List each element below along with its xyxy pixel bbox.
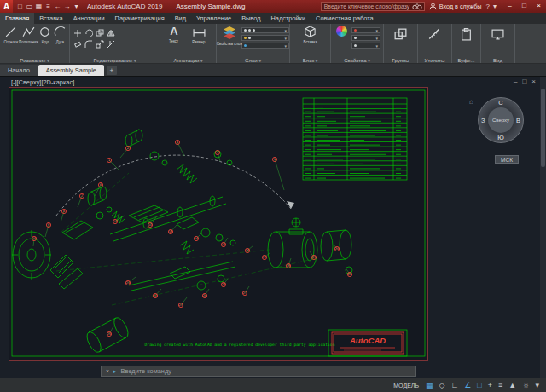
open-file-icon[interactable]: ▭ (26, 0, 33, 13)
part-cylinder-large[interactable] (268, 232, 317, 268)
snap-icon[interactable]: ◇ (439, 378, 445, 392)
panel-view-label[interactable]: Вид (481, 58, 514, 63)
part-bracket-upper[interactable] (62, 187, 125, 239)
line-tool[interactable]: Отрезок (3, 26, 19, 44)
osnap-icon[interactable]: □ (477, 378, 481, 392)
scale-tool-icon[interactable] (95, 39, 105, 49)
viewcube-north[interactable]: С (498, 99, 502, 107)
command-line[interactable]: × ▸ Введите команду (101, 366, 416, 377)
panel-modify-dropdown-icon[interactable]: ▾ (134, 58, 136, 63)
signin-button[interactable]: Вход в службы (429, 3, 482, 10)
measure-tool[interactable] (428, 26, 441, 44)
dimension-tool[interactable]: Размер (187, 26, 211, 44)
close-button[interactable]: × (531, 0, 546, 13)
panel-block-dropdown-icon[interactable]: ▾ (316, 58, 318, 63)
rotate-tool-icon[interactable] (84, 28, 94, 38)
viewcube-east[interactable]: В (516, 117, 520, 124)
command-chevron-icon[interactable]: ▸ (113, 368, 117, 375)
ribbon-tab-output[interactable]: Вывод (236, 13, 265, 24)
ribbon-tab-manage[interactable]: Управление (191, 13, 236, 24)
mirror-tool-icon[interactable] (106, 28, 116, 38)
panel-layers-dropdown-icon[interactable]: ▾ (258, 58, 261, 63)
redo-icon[interactable]: → (63, 0, 71, 13)
panel-annotate-label[interactable]: Аннотации ▾ (160, 58, 216, 63)
viewcube-home-icon[interactable]: ⌂ (469, 98, 473, 106)
polyline-tool[interactable]: Полилиния (20, 26, 37, 44)
ribbon-tab-parametric[interactable]: Параметризация (110, 13, 170, 24)
panel-utilities-label[interactable]: Утилиты (418, 58, 451, 63)
properties-tool[interactable] (334, 26, 350, 37)
wcs-selector[interactable]: МСК (495, 155, 519, 164)
titlebar-menu-icon[interactable]: ▾ (493, 3, 497, 10)
viewcube-top-face[interactable]: Сверху (488, 107, 514, 133)
panel-groups-label[interactable]: Группы (384, 58, 417, 63)
move-tool-icon[interactable] (73, 28, 83, 38)
new-drawing-tab-button[interactable]: + (107, 66, 117, 75)
qat-menu-icon[interactable]: ▾ (73, 0, 80, 13)
part-top-center[interactable] (125, 130, 232, 183)
file-tab-assembly-sample[interactable]: Assembly Sample (38, 65, 104, 76)
file-tab-start[interactable]: Начало (0, 65, 38, 76)
grid-icon[interactable]: ▦ (426, 378, 433, 392)
customize-icon[interactable]: ▾ (535, 378, 539, 392)
insert-block-tool[interactable]: Вставка (296, 26, 325, 44)
object-color-dropdown[interactable]: ▾ (351, 27, 380, 33)
ribbon-tab-home[interactable]: Главная (0, 13, 34, 24)
command-prompt[interactable]: Введите команду (121, 367, 171, 375)
workspace-icon[interactable]: ☼ (522, 378, 529, 392)
erase-tool-icon[interactable] (73, 39, 83, 49)
viewport-controls-label[interactable]: [-][Сверху][2D-каркас] (11, 78, 74, 86)
part-center-cluster[interactable] (129, 205, 235, 254)
panel-properties-dropdown-icon[interactable]: ▾ (368, 58, 370, 63)
ribbon-tab-insert[interactable]: Вставка (34, 13, 67, 24)
part-bottom-cluster[interactable] (129, 262, 352, 291)
viewcube-south[interactable]: Ю (497, 134, 504, 141)
drawing-restore-button[interactable]: □ (522, 78, 526, 85)
help-icon[interactable]: ? (486, 3, 490, 10)
ortho-icon[interactable]: ∟ (450, 378, 458, 392)
paste-tool[interactable] (460, 26, 473, 44)
viewcube[interactable]: ⌂ С Ю З В Сверху (478, 97, 524, 143)
plot-icon[interactable]: ≡ (44, 0, 52, 13)
drawing-sheet[interactable]: Drawing created with AutoCAD and a regis… (9, 87, 428, 361)
save-icon[interactable]: ▦ (35, 0, 43, 13)
layer-properties-tool[interactable]: Свойства слоя (219, 26, 240, 46)
drawing-minimize-button[interactable]: – (514, 78, 517, 85)
panel-annotate-dropdown-icon[interactable]: ▾ (200, 58, 203, 63)
ribbon-tab-collaborate[interactable]: Совместная работа (311, 13, 379, 24)
model-space-canvas[interactable]: [-][Сверху][2D-каркас] – □ × (0, 76, 546, 378)
help-search-box[interactable]: Введите ключевое слово/фразу (321, 2, 425, 11)
panel-modify-label[interactable]: Редактирование ▾ (70, 58, 160, 63)
layer-select-dropdown[interactable]: ▾ (241, 35, 289, 41)
polar-icon[interactable]: ∠ (464, 378, 471, 392)
drawing-close-button[interactable]: × (531, 78, 536, 85)
layer-state-dropdown[interactable]: ▾ (241, 43, 289, 49)
new-file-icon[interactable]: □ (16, 0, 24, 13)
copy-tool-icon[interactable] (95, 28, 105, 38)
lineweight-icon[interactable]: ≡ (498, 378, 502, 392)
scrollbar-thumb[interactable] (541, 89, 545, 167)
maximize-button[interactable]: □ (517, 0, 531, 13)
drawing-geometry[interactable]: Drawing created with AutoCAD and a regis… (9, 88, 427, 359)
text-tool[interactable]: А Текст (163, 26, 185, 43)
panel-draw-label[interactable]: Рисование ▾ (0, 58, 69, 63)
binoculars-search-icon[interactable] (412, 3, 422, 10)
layer-filter-dropdown[interactable]: ▾ (241, 27, 289, 33)
part-support-left[interactable] (50, 255, 83, 289)
minimize-button[interactable]: – (502, 0, 517, 13)
panel-clipboard-label[interactable]: Буфе... (452, 58, 480, 63)
annotation-scale-icon[interactable]: ▲ (508, 378, 516, 392)
viewcube-west[interactable]: З (481, 117, 485, 124)
part-shaft[interactable] (110, 196, 226, 241)
panel-block-label[interactable]: Блок ▾ (290, 58, 330, 63)
model-space-label[interactable]: МОДЕЛЬ (393, 383, 419, 389)
ribbon-tab-annotate[interactable]: Аннотации (68, 13, 110, 24)
otrack-icon[interactable]: + (488, 378, 492, 392)
part-cylinder-right[interactable] (321, 230, 351, 261)
panel-properties-label[interactable]: Свойства ▾ (331, 58, 383, 63)
trim-tool-icon[interactable] (106, 39, 116, 49)
fillet-tool-icon[interactable] (84, 39, 94, 49)
arc-tool[interactable]: Дуга (54, 26, 67, 44)
panel-layers-label[interactable]: Слои ▾ (217, 58, 289, 63)
ribbon-tab-addins[interactable]: Надстройки (265, 13, 311, 24)
